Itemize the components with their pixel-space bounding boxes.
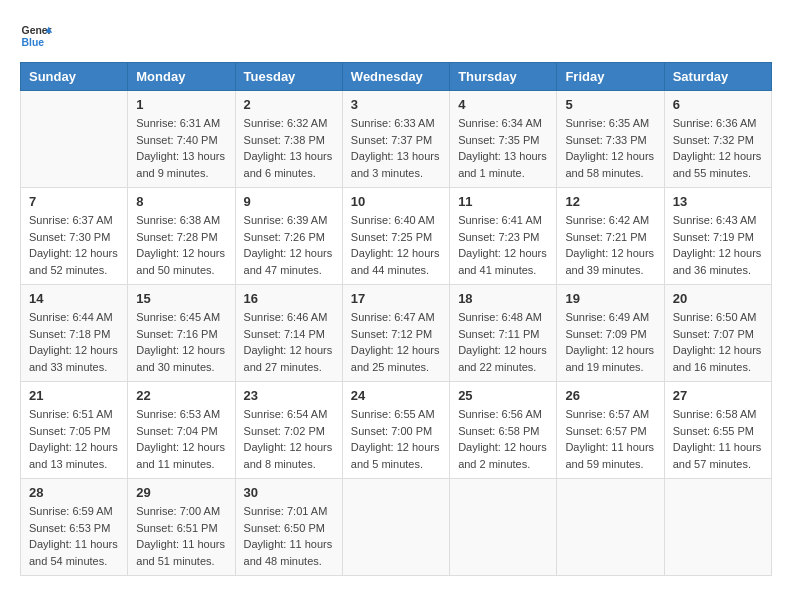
calendar-cell: 12Sunrise: 6:42 AM Sunset: 7:21 PM Dayli… [557, 188, 664, 285]
day-info: Sunrise: 6:46 AM Sunset: 7:14 PM Dayligh… [244, 309, 334, 375]
day-number: 12 [565, 194, 655, 209]
calendar-cell [21, 91, 128, 188]
column-header-sunday: Sunday [21, 63, 128, 91]
day-info: Sunrise: 6:49 AM Sunset: 7:09 PM Dayligh… [565, 309, 655, 375]
column-header-wednesday: Wednesday [342, 63, 449, 91]
day-info: Sunrise: 6:56 AM Sunset: 6:58 PM Dayligh… [458, 406, 548, 472]
calendar-cell: 29Sunrise: 7:00 AM Sunset: 6:51 PM Dayli… [128, 479, 235, 576]
calendar-cell: 17Sunrise: 6:47 AM Sunset: 7:12 PM Dayli… [342, 285, 449, 382]
column-header-thursday: Thursday [450, 63, 557, 91]
day-info: Sunrise: 6:36 AM Sunset: 7:32 PM Dayligh… [673, 115, 763, 181]
calendar-cell: 25Sunrise: 6:56 AM Sunset: 6:58 PM Dayli… [450, 382, 557, 479]
day-info: Sunrise: 6:55 AM Sunset: 7:00 PM Dayligh… [351, 406, 441, 472]
calendar-cell: 2Sunrise: 6:32 AM Sunset: 7:38 PM Daylig… [235, 91, 342, 188]
day-number: 16 [244, 291, 334, 306]
calendar-cell: 4Sunrise: 6:34 AM Sunset: 7:35 PM Daylig… [450, 91, 557, 188]
day-info: Sunrise: 7:00 AM Sunset: 6:51 PM Dayligh… [136, 503, 226, 569]
day-info: Sunrise: 6:45 AM Sunset: 7:16 PM Dayligh… [136, 309, 226, 375]
day-number: 19 [565, 291, 655, 306]
column-header-friday: Friday [557, 63, 664, 91]
day-info: Sunrise: 6:35 AM Sunset: 7:33 PM Dayligh… [565, 115, 655, 181]
svg-text:Blue: Blue [22, 37, 45, 48]
header-row: SundayMondayTuesdayWednesdayThursdayFrid… [21, 63, 772, 91]
day-number: 10 [351, 194, 441, 209]
calendar-cell: 28Sunrise: 6:59 AM Sunset: 6:53 PM Dayli… [21, 479, 128, 576]
day-number: 25 [458, 388, 548, 403]
day-number: 29 [136, 485, 226, 500]
calendar-cell: 8Sunrise: 6:38 AM Sunset: 7:28 PM Daylig… [128, 188, 235, 285]
day-number: 1 [136, 97, 226, 112]
calendar-cell: 20Sunrise: 6:50 AM Sunset: 7:07 PM Dayli… [664, 285, 771, 382]
day-number: 6 [673, 97, 763, 112]
calendar-cell: 5Sunrise: 6:35 AM Sunset: 7:33 PM Daylig… [557, 91, 664, 188]
calendar-cell: 19Sunrise: 6:49 AM Sunset: 7:09 PM Dayli… [557, 285, 664, 382]
calendar-cell: 22Sunrise: 6:53 AM Sunset: 7:04 PM Dayli… [128, 382, 235, 479]
calendar-table: SundayMondayTuesdayWednesdayThursdayFrid… [20, 62, 772, 576]
day-info: Sunrise: 6:43 AM Sunset: 7:19 PM Dayligh… [673, 212, 763, 278]
calendar-cell: 9Sunrise: 6:39 AM Sunset: 7:26 PM Daylig… [235, 188, 342, 285]
day-number: 5 [565, 97, 655, 112]
day-number: 9 [244, 194, 334, 209]
day-number: 24 [351, 388, 441, 403]
day-info: Sunrise: 6:58 AM Sunset: 6:55 PM Dayligh… [673, 406, 763, 472]
calendar-cell: 10Sunrise: 6:40 AM Sunset: 7:25 PM Dayli… [342, 188, 449, 285]
column-header-monday: Monday [128, 63, 235, 91]
day-info: Sunrise: 6:39 AM Sunset: 7:26 PM Dayligh… [244, 212, 334, 278]
day-info: Sunrise: 7:01 AM Sunset: 6:50 PM Dayligh… [244, 503, 334, 569]
calendar-cell: 13Sunrise: 6:43 AM Sunset: 7:19 PM Dayli… [664, 188, 771, 285]
calendar-cell: 1Sunrise: 6:31 AM Sunset: 7:40 PM Daylig… [128, 91, 235, 188]
logo-icon: General Blue [20, 20, 52, 52]
calendar-cell: 23Sunrise: 6:54 AM Sunset: 7:02 PM Dayli… [235, 382, 342, 479]
calendar-week-2: 7Sunrise: 6:37 AM Sunset: 7:30 PM Daylig… [21, 188, 772, 285]
day-info: Sunrise: 6:57 AM Sunset: 6:57 PM Dayligh… [565, 406, 655, 472]
day-info: Sunrise: 6:54 AM Sunset: 7:02 PM Dayligh… [244, 406, 334, 472]
calendar-cell: 6Sunrise: 6:36 AM Sunset: 7:32 PM Daylig… [664, 91, 771, 188]
calendar-cell: 3Sunrise: 6:33 AM Sunset: 7:37 PM Daylig… [342, 91, 449, 188]
page-header: General Blue [20, 20, 772, 52]
calendar-cell: 14Sunrise: 6:44 AM Sunset: 7:18 PM Dayli… [21, 285, 128, 382]
calendar-cell [450, 479, 557, 576]
day-number: 2 [244, 97, 334, 112]
column-header-tuesday: Tuesday [235, 63, 342, 91]
day-number: 8 [136, 194, 226, 209]
calendar-cell [557, 479, 664, 576]
day-number: 28 [29, 485, 119, 500]
calendar-cell: 21Sunrise: 6:51 AM Sunset: 7:05 PM Dayli… [21, 382, 128, 479]
day-number: 13 [673, 194, 763, 209]
day-info: Sunrise: 6:42 AM Sunset: 7:21 PM Dayligh… [565, 212, 655, 278]
day-number: 17 [351, 291, 441, 306]
day-info: Sunrise: 6:37 AM Sunset: 7:30 PM Dayligh… [29, 212, 119, 278]
day-number: 4 [458, 97, 548, 112]
day-info: Sunrise: 6:34 AM Sunset: 7:35 PM Dayligh… [458, 115, 548, 181]
calendar-cell: 11Sunrise: 6:41 AM Sunset: 7:23 PM Dayli… [450, 188, 557, 285]
logo: General Blue [20, 20, 52, 52]
calendar-week-1: 1Sunrise: 6:31 AM Sunset: 7:40 PM Daylig… [21, 91, 772, 188]
calendar-cell [342, 479, 449, 576]
calendar-cell: 27Sunrise: 6:58 AM Sunset: 6:55 PM Dayli… [664, 382, 771, 479]
calendar-week-4: 21Sunrise: 6:51 AM Sunset: 7:05 PM Dayli… [21, 382, 772, 479]
day-number: 26 [565, 388, 655, 403]
day-number: 18 [458, 291, 548, 306]
calendar-cell: 18Sunrise: 6:48 AM Sunset: 7:11 PM Dayli… [450, 285, 557, 382]
day-number: 14 [29, 291, 119, 306]
column-header-saturday: Saturday [664, 63, 771, 91]
day-info: Sunrise: 6:40 AM Sunset: 7:25 PM Dayligh… [351, 212, 441, 278]
day-info: Sunrise: 6:59 AM Sunset: 6:53 PM Dayligh… [29, 503, 119, 569]
day-number: 23 [244, 388, 334, 403]
day-info: Sunrise: 6:53 AM Sunset: 7:04 PM Dayligh… [136, 406, 226, 472]
calendar-cell: 16Sunrise: 6:46 AM Sunset: 7:14 PM Dayli… [235, 285, 342, 382]
day-info: Sunrise: 6:48 AM Sunset: 7:11 PM Dayligh… [458, 309, 548, 375]
day-number: 15 [136, 291, 226, 306]
day-number: 11 [458, 194, 548, 209]
day-info: Sunrise: 6:47 AM Sunset: 7:12 PM Dayligh… [351, 309, 441, 375]
calendar-cell: 24Sunrise: 6:55 AM Sunset: 7:00 PM Dayli… [342, 382, 449, 479]
calendar-cell: 15Sunrise: 6:45 AM Sunset: 7:16 PM Dayli… [128, 285, 235, 382]
day-number: 21 [29, 388, 119, 403]
day-info: Sunrise: 6:38 AM Sunset: 7:28 PM Dayligh… [136, 212, 226, 278]
day-info: Sunrise: 6:32 AM Sunset: 7:38 PM Dayligh… [244, 115, 334, 181]
calendar-cell [664, 479, 771, 576]
day-number: 20 [673, 291, 763, 306]
day-info: Sunrise: 6:41 AM Sunset: 7:23 PM Dayligh… [458, 212, 548, 278]
calendar-cell: 7Sunrise: 6:37 AM Sunset: 7:30 PM Daylig… [21, 188, 128, 285]
day-number: 3 [351, 97, 441, 112]
